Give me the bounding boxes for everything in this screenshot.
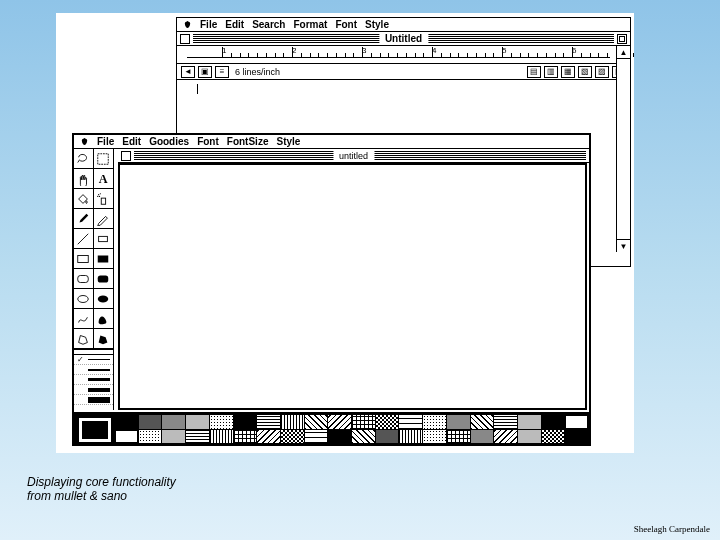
menu-font[interactable]: Font <box>335 19 357 30</box>
pattern-swatch[interactable] <box>518 430 541 444</box>
pattern-swatch[interactable] <box>234 415 257 429</box>
pattern-swatch[interactable] <box>139 430 162 444</box>
fillpolygon-icon[interactable] <box>94 329 114 349</box>
menu-file[interactable]: File <box>200 19 217 30</box>
linewidth-option[interactable] <box>74 385 113 395</box>
pattern-swatch[interactable] <box>471 430 494 444</box>
pattern-swatch[interactable] <box>186 415 209 429</box>
tab-left-icon[interactable]: ◄ <box>181 66 195 78</box>
pattern-swatch[interactable] <box>518 415 541 429</box>
pattern-swatch[interactable] <box>423 415 446 429</box>
pattern-swatch[interactable] <box>447 415 470 429</box>
text-icon[interactable]: A <box>94 169 114 189</box>
align-right-icon[interactable]: ▦ <box>561 66 575 78</box>
lasso-icon[interactable] <box>74 149 94 169</box>
apple-menu-icon[interactable] <box>80 137 89 146</box>
pattern-swatch[interactable] <box>423 430 446 444</box>
pattern-swatch[interactable] <box>162 415 185 429</box>
pattern-swatch[interactable] <box>471 415 494 429</box>
pattern-swatch[interactable] <box>565 430 588 444</box>
front-titlebar[interactable]: untitled <box>118 149 589 163</box>
linewidth-option[interactable]: ✓ <box>74 355 113 365</box>
fillfreeform-icon[interactable] <box>94 309 114 329</box>
linewidth-option[interactable] <box>74 395 113 405</box>
pattern-swatch[interactable] <box>399 415 422 429</box>
menu-fontsize[interactable]: FontSize <box>227 136 269 147</box>
scroll-up-icon[interactable]: ▲ <box>617 46 630 59</box>
pattern-swatch[interactable] <box>447 430 470 444</box>
brush-icon[interactable] <box>74 209 94 229</box>
rect-icon[interactable] <box>74 249 94 269</box>
pattern-swatch[interactable] <box>162 430 185 444</box>
linewidth-option[interactable] <box>74 375 113 385</box>
pattern-swatch[interactable] <box>234 430 257 444</box>
pattern-swatch[interactable] <box>257 430 280 444</box>
spacing-icon[interactable]: ≡ <box>215 66 229 78</box>
freeform-icon[interactable] <box>74 309 94 329</box>
back-titlebar[interactable]: Untitled <box>177 32 630 46</box>
close-box[interactable] <box>121 151 131 161</box>
pattern-swatch[interactable] <box>281 430 304 444</box>
svg-rect-2 <box>102 198 106 204</box>
menu-file[interactable]: File <box>97 136 114 147</box>
zoom-box[interactable] <box>617 34 627 44</box>
pattern-swatch[interactable] <box>494 415 517 429</box>
tab-marker-icon[interactable]: ▣ <box>198 66 212 78</box>
align-left-icon[interactable]: ▤ <box>527 66 541 78</box>
menu-style[interactable]: Style <box>365 19 389 30</box>
pattern-swatch[interactable] <box>399 430 422 444</box>
pattern-swatch[interactable] <box>376 415 399 429</box>
align-justify-icon[interactable]: ▧ <box>578 66 592 78</box>
pattern-swatch[interactable] <box>376 430 399 444</box>
align-center-icon[interactable]: ▥ <box>544 66 558 78</box>
fillroundrect-icon[interactable] <box>94 269 114 289</box>
apple-menu-icon[interactable] <box>183 20 192 29</box>
pattern-swatch[interactable] <box>305 415 328 429</box>
back-scrollbar[interactable]: ▲ ▼ <box>616 46 630 252</box>
close-box[interactable] <box>180 34 190 44</box>
pattern-swatch[interactable] <box>328 430 351 444</box>
roundrect-icon[interactable] <box>74 269 94 289</box>
oval-icon[interactable] <box>74 289 94 309</box>
scroll-down-icon[interactable]: ▼ <box>617 239 630 252</box>
filloval-icon[interactable] <box>94 289 114 309</box>
format-icon[interactable]: ▨ <box>595 66 609 78</box>
bucket-icon[interactable] <box>74 189 94 209</box>
pattern-swatch[interactable] <box>210 430 233 444</box>
linewidth-option[interactable] <box>74 365 113 375</box>
fillrect-icon[interactable] <box>94 249 114 269</box>
menu-font[interactable]: Font <box>197 136 219 147</box>
pattern-swatch[interactable] <box>186 430 209 444</box>
spray-icon[interactable] <box>94 189 114 209</box>
menu-format[interactable]: Format <box>293 19 327 30</box>
pattern-swatch[interactable] <box>352 430 375 444</box>
pattern-swatch[interactable] <box>565 415 588 429</box>
line-icon[interactable] <box>74 229 94 249</box>
pattern-swatch[interactable] <box>305 430 328 444</box>
paint-canvas[interactable] <box>118 163 587 410</box>
pattern-swatch[interactable] <box>257 415 280 429</box>
menu-goodies[interactable]: Goodies <box>149 136 189 147</box>
pencil-icon[interactable] <box>94 209 114 229</box>
pattern-swatch[interactable] <box>139 415 162 429</box>
menu-search[interactable]: Search <box>252 19 285 30</box>
menu-style[interactable]: Style <box>276 136 300 147</box>
ruler[interactable]: 123456 <box>177 46 630 64</box>
pattern-swatch[interactable] <box>281 415 304 429</box>
pattern-swatch[interactable] <box>352 415 375 429</box>
pattern-swatch[interactable] <box>328 415 351 429</box>
polygon-icon[interactable] <box>74 329 94 349</box>
menu-edit[interactable]: Edit <box>225 19 244 30</box>
pattern-swatch[interactable] <box>494 430 517 444</box>
menu-edit[interactable]: Edit <box>122 136 141 147</box>
pattern-swatch[interactable] <box>542 430 565 444</box>
pattern-swatch[interactable] <box>115 430 138 444</box>
select-icon[interactable] <box>94 149 114 169</box>
pattern-swatch[interactable] <box>542 415 565 429</box>
current-pattern-swatch[interactable] <box>77 416 113 444</box>
eraser-icon[interactable] <box>94 229 114 249</box>
svg-rect-11 <box>78 275 89 282</box>
hand-icon[interactable] <box>74 169 94 189</box>
pattern-swatch[interactable] <box>210 415 233 429</box>
pattern-swatch[interactable] <box>115 415 138 429</box>
